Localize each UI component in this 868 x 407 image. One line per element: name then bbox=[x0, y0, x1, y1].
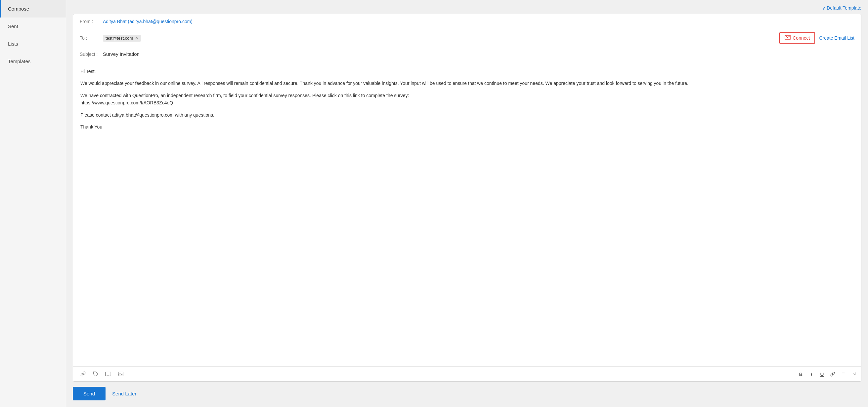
subject-value[interactable]: Survey Invitation bbox=[103, 51, 140, 57]
bottom-actions: Send Send Later bbox=[73, 381, 861, 402]
body-para2: We have contracted with QuestionPro, an … bbox=[81, 92, 854, 107]
email-body[interactable]: Hi Test, We would appreciate your feedba… bbox=[73, 61, 861, 366]
gmail-icon bbox=[785, 35, 790, 41]
resize-handle[interactable]: ⇲ bbox=[852, 372, 856, 376]
template-row: ∨ Default Template bbox=[73, 5, 861, 10]
format-toolbar: B I U ≡ bbox=[796, 369, 848, 379]
underline-button[interactable]: U bbox=[817, 369, 827, 379]
default-template-link[interactable]: ∨ Default Template bbox=[822, 5, 861, 10]
subject-row: Subject : Survey Invitation bbox=[73, 47, 861, 61]
to-label: To : bbox=[80, 35, 103, 41]
sidebar-item-templates[interactable]: Templates bbox=[0, 53, 66, 70]
image-icon[interactable] bbox=[116, 369, 125, 379]
chevron-down-icon: ∨ bbox=[822, 5, 825, 10]
compose-box: From : Aditya Bhat (aditya.bhat@question… bbox=[73, 14, 861, 381]
create-email-list-link[interactable]: Create Email List bbox=[819, 35, 855, 41]
to-row: To : test@test.com ✕ Connect Creat bbox=[73, 29, 861, 47]
editor-toolbar: B I U ≡ ⇲ bbox=[73, 366, 861, 381]
svg-line-12 bbox=[118, 374, 120, 375]
from-row: From : Aditya Bhat (aditya.bhat@question… bbox=[73, 14, 861, 29]
to-actions: Connect Create Email List bbox=[779, 32, 855, 44]
bold-button[interactable]: B bbox=[796, 369, 805, 379]
main-content: ∨ Default Template From : Aditya Bhat (a… bbox=[66, 0, 868, 407]
body-greeting: Hi Test, bbox=[81, 68, 854, 75]
send-later-button[interactable]: Send Later bbox=[112, 391, 136, 397]
keyboard-icon[interactable] bbox=[103, 369, 113, 379]
link2-icon[interactable] bbox=[828, 369, 837, 379]
strikethrough-icon[interactable]: ≡ bbox=[839, 369, 848, 379]
body-contact: Please contact aditya.bhat@questionpro.c… bbox=[81, 111, 854, 118]
svg-line-13 bbox=[120, 374, 121, 375]
send-button[interactable]: Send bbox=[73, 387, 105, 400]
italic-button[interactable]: I bbox=[807, 369, 816, 379]
template-label: Default Template bbox=[827, 5, 861, 10]
body-sign: Thank You bbox=[81, 123, 854, 131]
sidebar-item-compose[interactable]: Compose bbox=[0, 0, 66, 18]
connect-label: Connect bbox=[793, 35, 810, 41]
from-label: From : bbox=[80, 19, 103, 24]
subject-label: Subject : bbox=[80, 52, 103, 57]
sidebar: Compose Sent Lists Templates bbox=[0, 0, 66, 407]
sidebar-item-lists[interactable]: Lists bbox=[0, 35, 66, 53]
survey-link: https://www.questionpro.com/t/AORB3Zc4oQ bbox=[81, 100, 173, 105]
to-tag: test@test.com ✕ bbox=[103, 35, 141, 42]
tag-icon[interactable] bbox=[91, 369, 100, 379]
link-icon[interactable] bbox=[79, 369, 88, 379]
to-email: test@test.com bbox=[105, 36, 133, 41]
gmail-connect-button[interactable]: Connect bbox=[779, 32, 815, 44]
body-para1: We would appreciate your feedback in our… bbox=[81, 80, 854, 87]
remove-email-button[interactable]: ✕ bbox=[135, 36, 138, 40]
sidebar-item-sent[interactable]: Sent bbox=[0, 18, 66, 35]
from-value: Aditya Bhat (aditya.bhat@questionpro.com… bbox=[103, 19, 192, 24]
